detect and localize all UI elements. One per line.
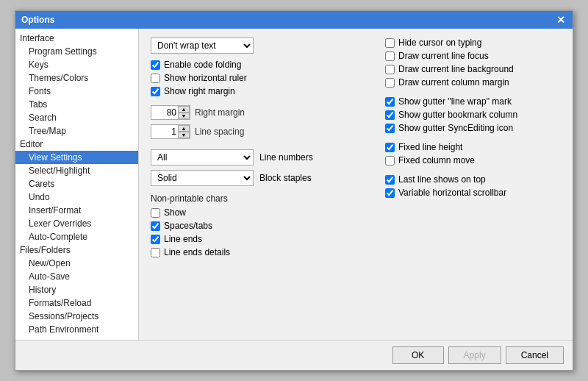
- dialog-body: InterfaceProgram SettingsKeysThemes/Colo…: [15, 29, 573, 340]
- sidebar-item-interface[interactable]: Interface: [15, 32, 138, 45]
- check-row: Last line shows on top: [385, 174, 561, 185]
- checkbox-enable-code-folding[interactable]: [151, 60, 160, 70]
- sidebar-item-keys[interactable]: Keys: [15, 58, 138, 71]
- line-numbers-select[interactable]: AllNoneFirst: [151, 149, 254, 165]
- wrap-dropdown-row: Don't wrap textWrap at window edgeWrap a…: [151, 38, 368, 54]
- checkbox-draw-current-line-background[interactable]: [385, 65, 395, 74]
- right-panel: Don't wrap textWrap at window edgeWrap a…: [139, 29, 573, 340]
- checkbox-label: Hide cursor on typing: [398, 38, 481, 48]
- checkbox-label: Show gutter bookmark column: [398, 110, 517, 120]
- checkbox-label: Draw current column margin: [398, 77, 509, 88]
- checkbox-label: Draw current line background: [398, 64, 514, 74]
- checkbox-last-line-shows-on-top[interactable]: [385, 175, 395, 185]
- spinner-buttons: ▲▼: [178, 125, 190, 138]
- checkbox-label: Show right margin: [164, 86, 235, 96]
- block-staples-select[interactable]: SolidDottedNone: [151, 170, 254, 186]
- check-row: Show gutter "line wrap" mark: [385, 96, 561, 107]
- spinner-up[interactable]: ▲: [178, 106, 190, 113]
- checkbox-label: Spaces/tabs: [164, 221, 212, 231]
- title-bar: Options ✕: [15, 11, 573, 29]
- spinner-label: Line spacing: [195, 127, 244, 137]
- checkbox-line-ends[interactable]: [151, 235, 160, 244]
- sidebar-item-tabs[interactable]: Tabs: [15, 98, 138, 111]
- spinner-input[interactable]: [151, 126, 178, 138]
- checkboxes-right3-group: Fixed line heightFixed column move: [385, 142, 561, 165]
- checkbox-show-gutter-"line-wrap"-mark[interactable]: [385, 97, 395, 107]
- spinner-up[interactable]: ▲: [178, 125, 190, 132]
- sidebar-item-program-settings[interactable]: Program Settings: [15, 45, 138, 58]
- check-row: Enable code folding: [151, 60, 368, 70]
- checkbox-label: Line ends: [164, 234, 202, 244]
- check-row: Fixed line height: [385, 142, 561, 152]
- check-row: Draw current line focus: [385, 51, 561, 61]
- checkbox-spaces-tabs[interactable]: [151, 221, 160, 231]
- spinner-row: ▲▼Line spacing: [151, 124, 368, 139]
- line-numbers-row: AllNoneFirst Line numbers: [151, 149, 368, 165]
- sidebar-item-history[interactable]: History: [15, 283, 138, 296]
- close-button[interactable]: ✕: [555, 15, 567, 25]
- checkbox-show-right-margin[interactable]: [151, 87, 160, 96]
- checkbox-label: Show gutter SyncEditing icon: [398, 123, 513, 133]
- checkbox-label: Line ends details: [164, 247, 230, 257]
- checkbox-show-horizontal-ruler[interactable]: [151, 74, 160, 83]
- checkbox-label: Show gutter "line wrap" mark: [398, 96, 512, 107]
- sidebar-item-view-settings[interactable]: View Settings: [15, 151, 138, 164]
- checkbox-show[interactable]: [151, 208, 160, 218]
- sidebar-item-sessions-projects[interactable]: Sessions/Projects: [15, 310, 138, 323]
- checkbox-label: Last line shows on top: [398, 174, 486, 185]
- sidebar-item-auto-complete[interactable]: Auto-Complete: [15, 230, 138, 243]
- checkboxes-right-group: Hide cursor on typingDraw current line f…: [385, 38, 561, 88]
- check-row: Hide cursor on typing: [385, 38, 561, 48]
- dialog-title: Options: [21, 15, 54, 25]
- sidebar-item-tree-map[interactable]: Tree/Map: [15, 124, 138, 138]
- check-row: Line ends: [151, 234, 368, 244]
- sidebar-item-select-highlight[interactable]: Select/Highlight: [15, 164, 138, 177]
- sidebar-item-lexer-overrides[interactable]: Lexer Overrides: [15, 217, 138, 230]
- checkbox-label: Variable horizontal scrollbar: [398, 188, 506, 198]
- sidebar-item-path-environment[interactable]: Path Environment: [15, 323, 138, 336]
- check-row: Fixed column move: [385, 155, 561, 165]
- checkboxes-left-group: Enable code foldingShow horizontal ruler…: [151, 60, 368, 96]
- sidebar-item-fonts[interactable]: Fonts: [15, 85, 138, 98]
- apply-button[interactable]: Apply: [448, 346, 501, 364]
- sidebar-item-files-folders[interactable]: Files/Folders: [15, 243, 138, 257]
- line-numbers-label: Line numbers: [259, 152, 313, 163]
- checkbox-draw-current-line-focus[interactable]: [385, 51, 395, 61]
- checkbox-fixed-column-move[interactable]: [385, 156, 395, 165]
- sidebar-item-new-open[interactable]: New/Open: [15, 257, 138, 270]
- block-staples-row: SolidDottedNone Block staples: [151, 170, 368, 186]
- sidebar-item-auto-save[interactable]: Auto-Save: [15, 270, 138, 283]
- checkbox-line-ends-details[interactable]: [151, 248, 160, 257]
- checkbox-draw-current-column-margin[interactable]: [385, 78, 395, 88]
- check-row: Variable horizontal scrollbar: [385, 188, 561, 198]
- check-row: Show: [151, 207, 368, 218]
- check-row: Show gutter SyncEditing icon: [385, 123, 561, 133]
- wrap-text-select[interactable]: Don't wrap textWrap at window edgeWrap a…: [151, 38, 254, 54]
- checkbox-show-gutter-syncediting-icon[interactable]: [385, 124, 395, 133]
- sidebar-item-themes-colors[interactable]: Themes/Colors: [15, 71, 138, 85]
- sidebar-item-formats-reload[interactable]: Formats/Reload: [15, 296, 138, 310]
- ok-button[interactable]: OK: [392, 346, 444, 364]
- checkbox-label: Draw current line focus: [398, 51, 489, 61]
- sidebar-item-carets[interactable]: Carets: [15, 177, 138, 190]
- sidebar-item-insert-format[interactable]: Insert/Format: [15, 204, 138, 217]
- checkbox-variable-horizontal-scrollbar[interactable]: [385, 188, 395, 198]
- sidebar-item-undo[interactable]: Undo: [15, 190, 138, 204]
- spinner-down[interactable]: ▼: [178, 132, 190, 138]
- spinner-buttons: ▲▼: [178, 106, 190, 119]
- non-printable-label: Non-printable chars: [151, 193, 368, 204]
- spinner-box: ▲▼: [151, 124, 190, 139]
- check-row: Show right margin: [151, 86, 368, 96]
- spinner-input[interactable]: [151, 107, 178, 118]
- checkbox-show-gutter-bookmark-column[interactable]: [385, 110, 395, 120]
- sidebar-item-search[interactable]: Search: [15, 111, 138, 124]
- check-row: Spaces/tabs: [151, 221, 368, 231]
- checkbox-hide-cursor-on-typing[interactable]: [385, 38, 395, 48]
- cancel-button[interactable]: Cancel: [506, 346, 564, 364]
- checkbox-fixed-line-height[interactable]: [385, 143, 395, 152]
- checkbox-label: Show: [164, 207, 186, 218]
- spinner-box: ▲▼: [151, 105, 190, 120]
- sidebar-item-editor[interactable]: Editor: [15, 138, 138, 151]
- spinner-row: ▲▼Right margin: [151, 105, 368, 120]
- spinner-down[interactable]: ▼: [178, 113, 190, 119]
